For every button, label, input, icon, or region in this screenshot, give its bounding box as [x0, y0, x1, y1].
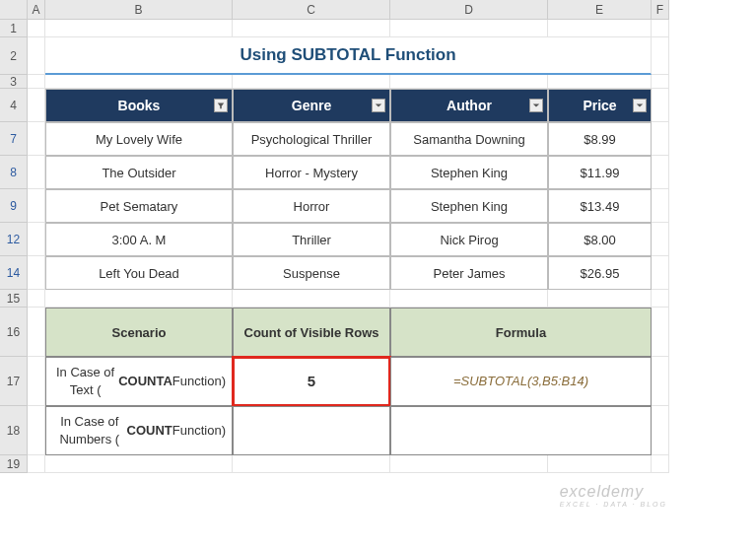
- row-14[interactable]: 14: [0, 256, 28, 290]
- cell-F1[interactable]: [652, 20, 669, 37]
- row-7[interactable]: 7: [0, 122, 28, 156]
- cell-B19[interactable]: [45, 455, 233, 473]
- cell-E15[interactable]: [548, 290, 652, 308]
- filter-price-icon[interactable]: [633, 99, 647, 112]
- cell-A3[interactable]: [28, 75, 45, 89]
- header-count[interactable]: Count of Visible Rows: [233, 308, 390, 357]
- cell-genre-0[interactable]: Psychological Thriller: [233, 122, 390, 156]
- row-9[interactable]: 9: [0, 189, 28, 223]
- filter-author-icon[interactable]: [529, 99, 543, 112]
- cell-genre-4[interactable]: Suspense: [233, 256, 390, 290]
- cell-F19[interactable]: [652, 455, 669, 473]
- cell-B1[interactable]: [45, 20, 233, 37]
- header-genre[interactable]: Genre: [233, 89, 390, 122]
- header-scenario[interactable]: Scenario: [45, 308, 233, 357]
- cell-book-4[interactable]: Left You Dead: [45, 256, 233, 290]
- cell-A17[interactable]: [28, 357, 45, 406]
- cell-D1[interactable]: [390, 20, 548, 37]
- cell-F17[interactable]: [652, 357, 669, 406]
- filter-genre-icon[interactable]: [372, 99, 385, 112]
- cell-F8[interactable]: [652, 156, 669, 189]
- cell-F2[interactable]: [652, 37, 669, 75]
- header-author[interactable]: Author: [390, 89, 548, 122]
- cell-E19[interactable]: [548, 455, 652, 473]
- row-18[interactable]: 18: [0, 406, 28, 455]
- cell-C15[interactable]: [233, 290, 390, 308]
- cell-F16[interactable]: [652, 308, 669, 357]
- row-4[interactable]: 4: [0, 89, 28, 122]
- cell-C3[interactable]: [233, 75, 390, 89]
- cell-author-0[interactable]: Samantha Downing: [390, 122, 548, 156]
- cell-A18[interactable]: [28, 406, 45, 455]
- cell-F7[interactable]: [652, 122, 669, 156]
- cell-A2[interactable]: [28, 37, 45, 75]
- cell-F14[interactable]: [652, 256, 669, 290]
- row-3[interactable]: 3: [0, 75, 28, 89]
- header-price[interactable]: Price: [548, 89, 652, 122]
- cell-F12[interactable]: [652, 223, 669, 256]
- cell-F3[interactable]: [652, 75, 669, 89]
- cell-A7[interactable]: [28, 122, 45, 156]
- col-D[interactable]: D: [390, 0, 548, 20]
- scenario-0-label[interactable]: In Case of Text (COUNTA Function): [45, 357, 233, 406]
- cell-D15[interactable]: [390, 290, 548, 308]
- cell-book-3[interactable]: 3:00 A. M: [45, 223, 233, 256]
- cell-B15[interactable]: [45, 290, 233, 308]
- cell-genre-3[interactable]: Thriller: [233, 223, 390, 256]
- cell-F18[interactable]: [652, 406, 669, 455]
- cell-C1[interactable]: [233, 20, 390, 37]
- cell-book-1[interactable]: The Outsider: [45, 156, 233, 189]
- cell-A9[interactable]: [28, 189, 45, 223]
- cell-A12[interactable]: [28, 223, 45, 256]
- cell-E3[interactable]: [548, 75, 652, 89]
- cell-author-3[interactable]: Nick Pirog: [390, 223, 548, 256]
- scenario-0-formula[interactable]: =SUBTOTAL(3,B5:B14): [390, 357, 652, 406]
- row-2[interactable]: 2: [0, 37, 28, 75]
- cell-A19[interactable]: [28, 455, 45, 473]
- cell-B3[interactable]: [45, 75, 233, 89]
- cell-price-0[interactable]: $8.99: [548, 122, 652, 156]
- col-A[interactable]: A: [28, 0, 45, 20]
- row-1[interactable]: 1: [0, 20, 28, 37]
- cell-C19[interactable]: [233, 455, 390, 473]
- page-title[interactable]: Using SUBTOTAL Function: [45, 37, 652, 75]
- cell-price-4[interactable]: $26.95: [548, 256, 652, 290]
- row-8[interactable]: 8: [0, 156, 28, 189]
- cell-book-0[interactable]: My Lovely Wife: [45, 122, 233, 156]
- scenario-0-count[interactable]: 5: [233, 357, 390, 406]
- cell-D19[interactable]: [390, 455, 548, 473]
- row-16[interactable]: 16: [0, 308, 28, 357]
- cell-price-2[interactable]: $13.49: [548, 189, 652, 223]
- header-formula[interactable]: Formula: [390, 308, 652, 357]
- col-B[interactable]: B: [45, 0, 233, 20]
- cell-author-2[interactable]: Stephen King: [390, 189, 548, 223]
- cell-E1[interactable]: [548, 20, 652, 37]
- row-17[interactable]: 17: [0, 357, 28, 406]
- cell-author-4[interactable]: Peter James: [390, 256, 548, 290]
- row-19[interactable]: 19: [0, 455, 28, 473]
- cell-D3[interactable]: [390, 75, 548, 89]
- col-C[interactable]: C: [233, 0, 390, 20]
- cell-A14[interactable]: [28, 256, 45, 290]
- cell-F9[interactable]: [652, 189, 669, 223]
- cell-A4[interactable]: [28, 89, 45, 122]
- cell-price-3[interactable]: $8.00: [548, 223, 652, 256]
- cell-A8[interactable]: [28, 156, 45, 189]
- col-F[interactable]: F: [652, 0, 669, 20]
- select-all-cell[interactable]: [0, 0, 28, 20]
- cell-A1[interactable]: [28, 20, 45, 37]
- row-12[interactable]: 12: [0, 223, 28, 256]
- cell-author-1[interactable]: Stephen King: [390, 156, 548, 189]
- cell-book-2[interactable]: Pet Sematary: [45, 189, 233, 223]
- row-15[interactable]: 15: [0, 290, 28, 308]
- cell-F4[interactable]: [652, 89, 669, 122]
- cell-A16[interactable]: [28, 308, 45, 357]
- scenario-1-formula[interactable]: [390, 406, 652, 455]
- scenario-1-label[interactable]: In Case of Numbers (COUNT Function): [45, 406, 233, 455]
- cell-genre-2[interactable]: Horror: [233, 189, 390, 223]
- cell-F15[interactable]: [652, 290, 669, 308]
- cell-price-1[interactable]: $11.99: [548, 156, 652, 189]
- scenario-1-count[interactable]: [233, 406, 390, 455]
- header-books[interactable]: Books: [45, 89, 233, 122]
- col-E[interactable]: E: [548, 0, 652, 20]
